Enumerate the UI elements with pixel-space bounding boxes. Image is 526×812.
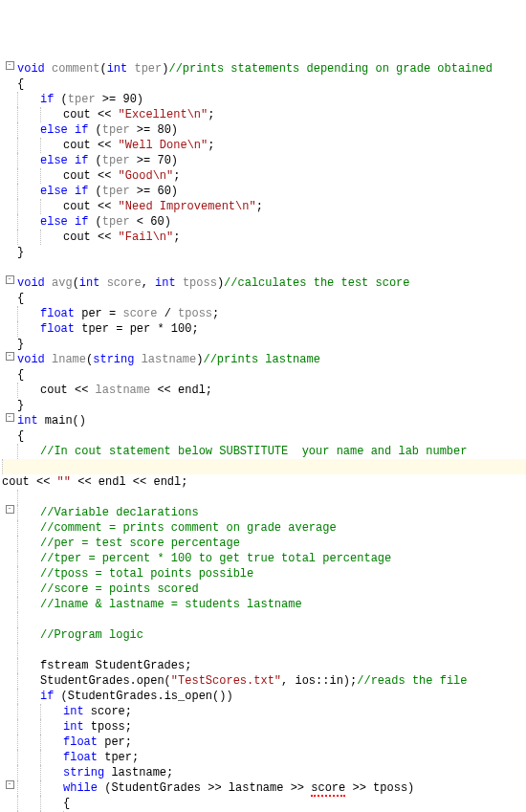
- fold-gutter[interactable]: -: [2, 352, 17, 361]
- code-line[interactable]: }: [2, 398, 526, 413]
- code-line[interactable]: cout << "Good\n";: [2, 168, 526, 184]
- code-content[interactable]: cout << "" << endl << endl;: [2, 474, 526, 490]
- code-content[interactable]: cout << "Good\n";: [63, 168, 526, 184]
- code-content[interactable]: void lname(string lastname)//prints last…: [17, 352, 526, 367]
- fold-gutter[interactable]: -: [2, 275, 17, 284]
- code-line[interactable]: if (tper >= 90): [2, 92, 526, 107]
- code-line[interactable]: else if (tper < 60): [2, 214, 526, 230]
- code-line[interactable]: string lastname;: [2, 765, 526, 780]
- code-content[interactable]: else if (tper < 60): [40, 214, 526, 230]
- code-content[interactable]: //lname & lastname = students lastname: [40, 597, 526, 612]
- fold-toggle-icon[interactable]: -: [6, 61, 14, 70]
- code-line[interactable]: [2, 490, 526, 505]
- code-line[interactable]: cout << "Need Improvement\n";: [2, 199, 526, 214]
- code-content[interactable]: void comment(int tper)//prints statement…: [17, 61, 526, 77]
- code-line[interactable]: float tper;: [2, 750, 526, 765]
- code-line[interactable]: cout << "Excellent\n";: [2, 107, 526, 122]
- code-line[interactable]: //lname & lastname = students lastname: [2, 597, 526, 612]
- code-line[interactable]: //per = test score percentage: [2, 536, 526, 551]
- code-line[interactable]: else if (tper >= 80): [2, 122, 526, 138]
- code-content[interactable]: {: [17, 291, 526, 306]
- code-line[interactable]: float per = score / tposs;: [2, 306, 526, 321]
- code-content[interactable]: float per = score / tposs;: [40, 306, 526, 321]
- code-line[interactable]: //tposs = total points possible: [2, 566, 526, 582]
- code-line[interactable]: //In cout statement below SUBSTITUTE you…: [2, 444, 526, 459]
- code-line[interactable]: float tper = per * 100;: [2, 321, 526, 337]
- code-content[interactable]: int tposs;: [63, 719, 526, 735]
- code-content[interactable]: float tper = per * 100;: [40, 321, 526, 337]
- fold-toggle-icon[interactable]: -: [6, 780, 14, 789]
- code-line[interactable]: //comment = prints comment on grade aver…: [2, 520, 526, 536]
- code-content[interactable]: {: [17, 428, 526, 444]
- code-line[interactable]: StudentGrades.open("TestScores.txt", ios…: [2, 673, 526, 689]
- code-line[interactable]: else if (tper >= 60): [2, 184, 526, 199]
- code-content[interactable]: int main(): [17, 413, 526, 428]
- fold-gutter[interactable]: -: [2, 780, 17, 789]
- code-content[interactable]: //score = points scored: [40, 582, 526, 597]
- code-content[interactable]: }: [17, 398, 526, 413]
- code-content[interactable]: {: [63, 796, 526, 811]
- code-line[interactable]: float per;: [2, 735, 526, 750]
- fold-gutter[interactable]: -: [2, 505, 17, 514]
- code-line[interactable]: if (StudentGrades.is_open()): [2, 689, 526, 704]
- code-content[interactable]: cout << "Well Done\n";: [63, 138, 526, 153]
- code-content[interactable]: {: [17, 77, 526, 92]
- code-line[interactable]: cout << lastname << endl;: [2, 383, 526, 398]
- code-content[interactable]: void avg(int score, int tposs)//calculat…: [17, 275, 526, 291]
- fold-toggle-icon[interactable]: -: [6, 413, 14, 422]
- code-content[interactable]: //comment = prints comment on grade aver…: [40, 520, 526, 536]
- code-line[interactable]: -void comment(int tper)//prints statemen…: [2, 61, 526, 77]
- code-content[interactable]: cout << lastname << endl;: [40, 383, 526, 398]
- code-content[interactable]: }: [17, 337, 526, 352]
- code-content[interactable]: float per;: [63, 735, 526, 750]
- code-line[interactable]: int score;: [2, 704, 526, 719]
- code-line[interactable]: cout << "Well Done\n";: [2, 138, 526, 153]
- code-line[interactable]: [2, 643, 526, 658]
- fold-toggle-icon[interactable]: -: [6, 352, 14, 361]
- code-content[interactable]: //In cout statement below SUBSTITUTE you…: [40, 444, 526, 459]
- code-content[interactable]: //tposs = total points possible: [40, 566, 526, 582]
- code-line[interactable]: {: [2, 796, 526, 811]
- code-line[interactable]: [2, 260, 526, 275]
- code-content[interactable]: //Program logic: [40, 627, 526, 643]
- code-line[interactable]: {: [2, 77, 526, 92]
- code-line[interactable]: {: [2, 291, 526, 306]
- code-line[interactable]: cout << "Fail\n";: [2, 230, 526, 245]
- code-line[interactable]: {: [2, 367, 526, 383]
- code-content[interactable]: else if (tper >= 60): [40, 184, 526, 199]
- code-line[interactable]: cout << "" << endl << endl;: [2, 459, 526, 474]
- code-line[interactable]: -void avg(int score, int tposs)//calcula…: [2, 275, 526, 291]
- code-content[interactable]: StudentGrades.open("TestScores.txt", ios…: [40, 673, 526, 689]
- code-content[interactable]: //Variable declarations: [40, 505, 526, 520]
- code-line[interactable]: fstream StudentGrades;: [2, 658, 526, 673]
- fold-gutter[interactable]: -: [2, 61, 17, 70]
- code-line[interactable]: int tposs;: [2, 719, 526, 735]
- code-content[interactable]: //tper = percent * 100 to get true total…: [40, 551, 526, 566]
- code-line[interactable]: -//Variable declarations: [2, 505, 526, 520]
- code-content[interactable]: {: [17, 367, 526, 383]
- code-content[interactable]: cout << "Fail\n";: [63, 230, 526, 245]
- code-content[interactable]: while (StudentGrades >> lastname >> scor…: [63, 780, 526, 796]
- code-content[interactable]: float tper;: [63, 750, 526, 765]
- code-line[interactable]: }: [2, 337, 526, 352]
- code-content[interactable]: cout << "Need Improvement\n";: [63, 199, 526, 214]
- code-line[interactable]: }: [2, 245, 526, 260]
- code-line[interactable]: {: [2, 428, 526, 444]
- code-content[interactable]: string lastname;: [63, 765, 526, 780]
- code-line[interactable]: -void lname(string lastname)//prints las…: [2, 352, 526, 367]
- code-line[interactable]: //Program logic: [2, 627, 526, 643]
- fold-toggle-icon[interactable]: -: [6, 505, 14, 514]
- code-line[interactable]: [2, 612, 526, 627]
- code-content[interactable]: if (StudentGrades.is_open()): [40, 689, 526, 704]
- code-line[interactable]: //score = points scored: [2, 582, 526, 597]
- code-content[interactable]: if (tper >= 90): [40, 92, 526, 107]
- code-content[interactable]: fstream StudentGrades;: [40, 658, 526, 673]
- fold-toggle-icon[interactable]: -: [6, 275, 14, 284]
- code-line[interactable]: else if (tper >= 70): [2, 153, 526, 168]
- code-content[interactable]: }: [17, 245, 526, 260]
- code-content[interactable]: else if (tper >= 80): [40, 122, 526, 138]
- code-editor[interactable]: -void comment(int tper)//prints statemen…: [0, 61, 526, 812]
- code-line[interactable]: -while (StudentGrades >> lastname >> sco…: [2, 780, 526, 796]
- fold-gutter[interactable]: -: [2, 413, 17, 422]
- code-content[interactable]: //per = test score percentage: [40, 536, 526, 551]
